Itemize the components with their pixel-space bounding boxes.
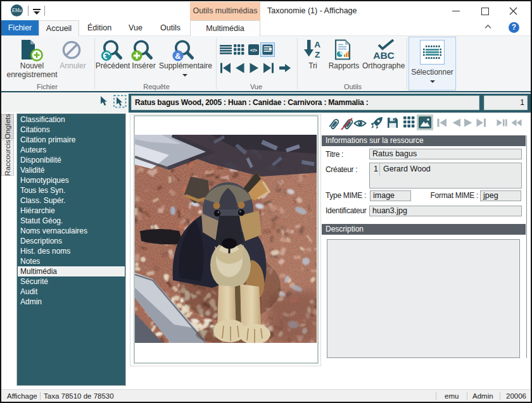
svg-text:A: A bbox=[314, 40, 320, 49]
svg-text:ABC: ABC bbox=[373, 50, 395, 60]
svg-text:&: & bbox=[175, 51, 180, 61]
svg-text:</>: </> bbox=[250, 47, 258, 53]
svg-text:Z: Z bbox=[315, 50, 320, 59]
